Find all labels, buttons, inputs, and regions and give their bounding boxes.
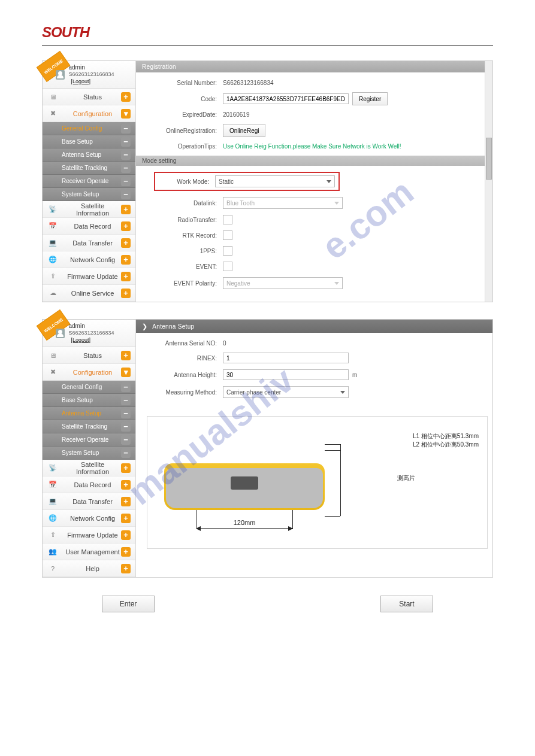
submenu-general-config[interactable]: General Config− [43, 122, 135, 135]
menu-satellite-info[interactable]: 📡Satellite Information+ [43, 460, 135, 476]
antenna-height-input[interactable] [223, 369, 349, 380]
menu-firmware-update[interactable]: ⇧Firmware Update+ [43, 527, 135, 544]
users-icon: 👥 [49, 548, 57, 556]
expand-icon: + [121, 564, 131, 573]
globe-icon: 🌐 [49, 256, 57, 264]
menu-label: Firmware Update [64, 273, 121, 280]
menu-user-management[interactable]: 👥User Management+ [43, 544, 135, 560]
minus-icon: − [121, 409, 131, 418]
submenu-satellite-tracking[interactable]: Satellite Tracking− [43, 162, 135, 175]
expand-icon: + [121, 497, 131, 506]
radio-transfer-checkbox[interactable] [223, 215, 232, 224]
serial-number-label: Serial Number: [154, 80, 217, 86]
expand-icon: + [121, 221, 131, 231]
collapse-icon: ▾ [121, 109, 131, 119]
menu-help[interactable]: ?Help+ [43, 560, 135, 577]
rtk-record-checkbox[interactable] [223, 230, 232, 240]
rinex-input[interactable] [223, 353, 349, 363]
minus-icon: − [121, 150, 131, 160]
submenu-base-setup[interactable]: Base Setup− [43, 135, 135, 148]
submenu-antenna-setup[interactable]: Antenna Setup− [43, 148, 135, 162]
expand-icon: + [121, 205, 131, 214]
submenu-receiver-operate[interactable]: Receiver Operate− [43, 433, 135, 447]
logo: SOUTH [42, 24, 493, 41]
menu-data-transfer[interactable]: 💻Data Transfer+ [43, 235, 135, 251]
datalink-select[interactable]: Blue Tooth [223, 197, 343, 209]
submenu-receiver-operate[interactable]: Receiver Operate− [43, 175, 135, 188]
menu-configuration[interactable]: ✖Configuration▾ [43, 364, 135, 381]
tips-label: OperationTips: [154, 143, 217, 150]
monitor-icon: 🖥 [49, 93, 57, 101]
online-reg-label: OnlineRegistration: [154, 127, 217, 134]
work-mode-label: Work Mode: [159, 178, 209, 185]
enter-button[interactable]: Enter [102, 596, 155, 612]
antenna-height-label: Antenna Height: [154, 372, 217, 378]
dim-line [340, 444, 341, 516]
menu-online-service[interactable]: ☁Online Service+ [43, 285, 135, 302]
dim-line [325, 450, 340, 451]
menu-network-config[interactable]: 🌐Network Config+ [43, 251, 135, 268]
minus-icon: − [121, 190, 131, 199]
submenu-system-setup[interactable]: System Setup− [43, 447, 135, 460]
welcome-ribbon: WELCOME [37, 309, 71, 341]
event-polarity-select[interactable]: Negative [223, 277, 343, 289]
main-menu: 🖥 Status + ✖ Configuration ▾ General Con… [43, 89, 135, 302]
help-icon: ? [49, 564, 57, 573]
register-button[interactable]: Register [352, 92, 388, 105]
tools-icon: ✖ [49, 368, 57, 377]
measuring-method-select[interactable]: Carrier phase center [223, 386, 349, 398]
menu-label: Satellite Information [64, 461, 121, 475]
online-register-button[interactable]: OnlineRegi [223, 124, 265, 137]
expand-icon: + [121, 255, 131, 265]
pps-label: 1PPS: [154, 248, 217, 254]
menu-status[interactable]: 🖥 Status + [43, 89, 135, 105]
menu-network-config[interactable]: 🌐Network Config+ [43, 510, 135, 527]
menu-data-transfer[interactable]: 💻Data Transfer+ [43, 493, 135, 510]
menu-label: Data Transfer [64, 498, 121, 505]
menu-label: Configuration [64, 110, 121, 117]
expand-icon: + [121, 530, 131, 540]
scrollbar-thumb[interactable] [486, 138, 492, 180]
rinex-label: RINEX: [154, 355, 217, 362]
code-input[interactable] [223, 93, 349, 104]
start-button[interactable]: Start [380, 596, 433, 612]
pps-checkbox[interactable] [223, 246, 232, 256]
datalink-label: Datalink: [154, 200, 217, 207]
menu-data-record[interactable]: 📅Data Record+ [43, 476, 135, 493]
content-area: ❯Antenna Setup Antenna Serial NO:0 RINEX… [136, 320, 492, 577]
event-label: EVENT: [154, 263, 217, 270]
sidebar: WELCOME admin S66263123166834 [Logout] 🖥… [43, 61, 136, 302]
satellite-icon: 📡 [49, 205, 57, 214]
event-checkbox[interactable] [223, 262, 232, 271]
monitor-icon: 🖥 [49, 351, 57, 360]
menu-satellite-info[interactable]: 📡Satellite Information+ [43, 201, 135, 218]
screenshot-1: WELCOME admin S66263123166834 [Logout] 🖥… [42, 60, 493, 302]
expand-icon: + [121, 289, 131, 298]
event-polarity-label: EVENT Polarity: [154, 280, 217, 287]
submenu-satellite-tracking[interactable]: Satellite Tracking− [43, 420, 135, 433]
section-antenna-setup: ❯Antenna Setup [136, 320, 492, 333]
submenu-general-config[interactable]: General Config− [43, 381, 135, 394]
submenu-system-setup[interactable]: System Setup− [43, 188, 135, 201]
menu-label: Data Record [64, 223, 121, 230]
work-mode-select[interactable]: Static [215, 175, 335, 187]
minus-icon: − [121, 448, 131, 458]
tips-value: Use Online Reig Function,please Make Sur… [223, 143, 401, 150]
logout-link[interactable]: [Logout] [71, 337, 90, 343]
menu-status[interactable]: 🖥Status+ [43, 347, 135, 364]
submenu-base-setup[interactable]: Base Setup− [43, 394, 135, 407]
logout-link[interactable]: [Logout] [71, 78, 90, 84]
transfer-icon: 💻 [49, 497, 57, 506]
minus-icon: − [121, 382, 131, 392]
scrollbar[interactable] [485, 61, 492, 302]
minus-icon: − [121, 435, 131, 445]
cloud-icon: ☁ [49, 289, 57, 297]
menu-configuration[interactable]: ✖ Configuration ▾ [43, 105, 135, 122]
menu-data-record[interactable]: 📅Data Record+ [43, 218, 135, 235]
expired-date-label: ExpiredDate: [154, 111, 217, 118]
menu-label: Status [64, 352, 121, 359]
menu-label: User Management [64, 548, 121, 555]
submenu-antenna-setup[interactable]: Antenna Setup− [43, 407, 135, 420]
section-mode-setting: Mode setting [136, 156, 492, 166]
menu-firmware-update[interactable]: ⇧Firmware Update+ [43, 268, 135, 285]
